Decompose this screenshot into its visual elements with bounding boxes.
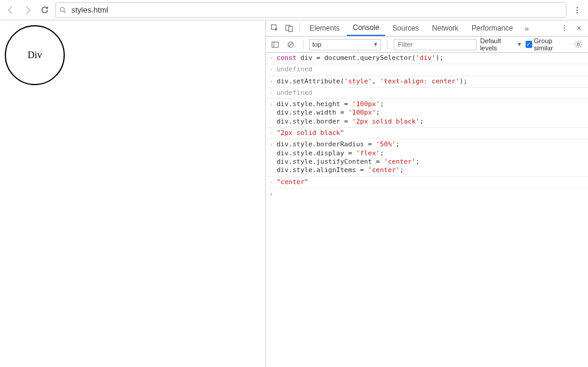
devtools-menu-icon[interactable] [558, 25, 571, 32]
svg-point-10 [564, 30, 565, 31]
chevron-right-icon [266, 190, 277, 197]
code-text: div.setAttribute('style', 'text-align: c… [277, 77, 467, 86]
code-text: div.style.borderRadius = '50%'; div.styl… [277, 140, 419, 175]
back-button[interactable] [5, 4, 17, 16]
log-levels-dropdown[interactable]: Default levels ▼ [480, 37, 522, 52]
checkbox-checked-icon [526, 41, 532, 48]
console-output[interactable]: const div = document.querySelector('div'… [266, 53, 588, 367]
svg-rect-7 [289, 26, 292, 32]
code-text: const div = document.querySelector('div'… [277, 54, 443, 62]
devtools-panel: Elements Console Sources Network Perform… [265, 20, 588, 367]
code-text: "center" [277, 178, 308, 186]
filter-input[interactable] [394, 39, 476, 50]
console-input-entry: div.style.height = '100px'; div.style.wi… [266, 99, 588, 128]
page-viewport: Div [0, 20, 265, 367]
chevron-down-icon: ▼ [517, 41, 522, 47]
separator [387, 40, 388, 49]
code-text: undefined [277, 89, 313, 97]
levels-label: Default levels [480, 37, 515, 52]
tab-sources[interactable]: Sources [386, 20, 425, 36]
forward-button[interactable] [22, 4, 34, 16]
svg-point-2 [577, 7, 578, 8]
code-text: undefined [277, 65, 313, 74]
console-prompt[interactable] [266, 188, 588, 199]
tabs-overflow-icon[interactable]: » [520, 24, 533, 33]
svg-point-0 [61, 7, 65, 11]
console-settings-icon[interactable] [572, 40, 584, 49]
clear-console-icon[interactable] [285, 41, 297, 49]
browser-menu-button[interactable] [571, 4, 583, 16]
url-input[interactable] [70, 5, 562, 15]
chevron-right-icon [266, 100, 277, 107]
context-selector[interactable]: top ▼ [309, 39, 381, 50]
group-similar-label: Group similar [534, 37, 569, 52]
tab-console[interactable]: Console [347, 20, 385, 36]
separator [299, 23, 300, 33]
chevron-left-icon [266, 129, 277, 136]
console-toolbar: top ▼ Default levels ▼ Group similar [266, 37, 588, 53]
context-value: top [312, 41, 321, 48]
device-toggle-icon[interactable] [283, 24, 296, 32]
div-text: Div [28, 50, 42, 61]
console-sidebar-toggle-icon[interactable] [269, 41, 281, 49]
svg-point-8 [564, 25, 565, 26]
console-output-entry: undefined [266, 88, 588, 99]
reload-button[interactable] [38, 4, 50, 16]
svg-point-9 [564, 28, 565, 29]
devtools-close-icon[interactable]: × [572, 23, 586, 33]
tab-performance[interactable]: Performance [466, 20, 519, 36]
svg-point-4 [577, 12, 578, 13]
console-input-entry: div.setAttribute('style', 'text-align: c… [266, 76, 588, 88]
svg-rect-11 [272, 42, 279, 47]
chevron-left-icon [266, 89, 277, 96]
svg-line-14 [289, 43, 293, 47]
chevron-left-icon [266, 178, 277, 185]
browser-toolbar [0, 0, 588, 20]
group-similar-toggle[interactable]: Group similar [526, 37, 569, 52]
chevron-right-icon [266, 140, 277, 148]
tab-network[interactable]: Network [426, 20, 464, 36]
chevron-right-icon [266, 54, 277, 61]
devtools-tabstrip: Elements Console Sources Network Perform… [266, 20, 588, 37]
inspect-icon[interactable] [268, 24, 281, 32]
chevron-down-icon: ▼ [373, 41, 378, 47]
search-icon [59, 7, 67, 14]
separator [303, 40, 304, 49]
svg-line-1 [64, 11, 66, 13]
styled-div: Div [5, 25, 65, 85]
svg-point-3 [577, 9, 578, 10]
console-output-entry: "2px solid black" [266, 128, 588, 139]
console-input-entry: const div = document.querySelector('div'… [266, 53, 588, 64]
console-input-entry: div.style.borderRadius = '50%'; div.styl… [266, 139, 588, 176]
console-output-entry: "center" [266, 177, 588, 188]
address-bar[interactable] [55, 2, 566, 18]
svg-point-15 [577, 43, 580, 46]
chevron-left-icon [266, 65, 277, 73]
tab-elements[interactable]: Elements [304, 20, 346, 36]
console-output-entry: undefined [266, 64, 588, 76]
code-text: div.style.height = '100px'; div.style.wi… [277, 100, 424, 126]
code-text: "2px solid black" [277, 129, 344, 137]
chevron-right-icon [266, 77, 277, 85]
